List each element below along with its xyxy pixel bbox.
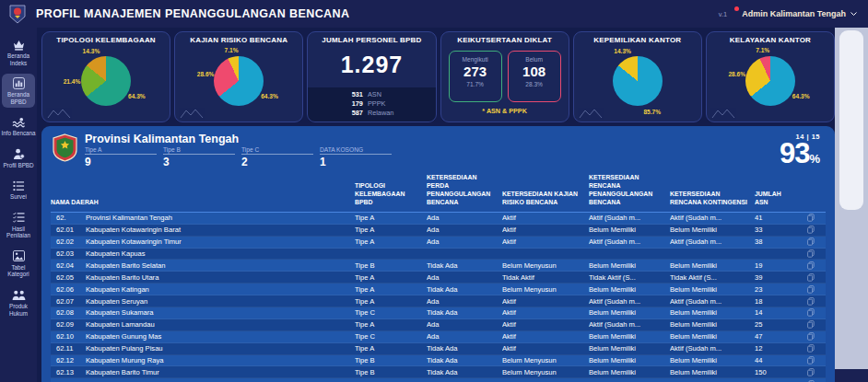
sidebar-item-info-bencana[interactable]: Info Bencana (2, 112, 35, 140)
people-icon (12, 289, 26, 301)
daerah-code: 62. (51, 214, 86, 222)
daerah-code: 62.13 (51, 368, 86, 376)
table-row[interactable]: 62.09Kabupaten LamandauTipe AAdaAktifAkt… (51, 319, 826, 331)
daerah-name: Kabupaten Barito Selatan (86, 261, 166, 270)
rencana-kontingensi-cell: Aktif (Sudah m... (670, 237, 755, 246)
copy-icon[interactable] (797, 344, 825, 353)
jumlah-asn-cell: 150 (755, 368, 797, 376)
stat-label: DATA KOSONG (320, 146, 392, 155)
personnel-label: Relawan (368, 109, 408, 118)
copy-icon[interactable] (797, 273, 825, 282)
table-row[interactable]: 62.Provinsi Kalimantan TengahTipe AAdaAk… (51, 213, 826, 225)
stat-label: Tipe C (241, 146, 313, 155)
table-row[interactable]: 62.13Kabupaten Barito TimurTipe BTidak A… (51, 366, 826, 378)
perda-cell: Tidak Ada (427, 285, 502, 294)
kepemilikan-pie-chart[interactable] (613, 56, 663, 106)
table-row[interactable]: 62.07Kabupaten SeruyanTipe AAdaAktifAkti… (51, 295, 826, 307)
rencana-kontingensi-cell: Belum Memiliki (670, 226, 755, 234)
crown-icon (13, 39, 25, 51)
sidebar-item-hasil-penilaian[interactable]: Hasil Penilaian (2, 208, 35, 242)
copy-icon[interactable] (797, 226, 825, 234)
daerah-code: 62.05 (51, 273, 86, 282)
table-row[interactable]: 62.10Kabupaten Gunung MasTipe CAdaAktifB… (51, 331, 826, 343)
sidebar-item-beranda-bpbd[interactable]: Beranda BPBD (2, 74, 35, 108)
sidebar-item-profil-bpbd[interactable]: Profil BPBD (2, 145, 35, 172)
table-row[interactable]: 62.03Kabupaten Kapuas (51, 249, 826, 260)
table-row[interactable]: 62.01Kabupaten Kotawaringin BaratTipe AA… (51, 225, 826, 237)
copy-icon[interactable] (797, 237, 825, 246)
copy-icon[interactable] (797, 308, 825, 317)
scrollbar[interactable] (835, 28, 868, 382)
column-header: TIPOLOGI KELEMBAGAAN BPBD (355, 182, 427, 207)
jumlah-asn-cell: 23 (755, 285, 797, 294)
rencana-kontingensi-cell: Aktif (Sudah m... (670, 344, 755, 353)
kajian-risiko-cell: Belum Menyusun (502, 356, 589, 365)
table-row[interactable]: 62.12Kabupaten Murung RayaTipe BTidak Ad… (51, 355, 826, 367)
scrollbar-corner (835, 369, 868, 382)
tipologi-pie-chart[interactable] (81, 56, 131, 106)
diklat-box-value: 108 (509, 63, 560, 81)
copy-icon[interactable] (797, 332, 825, 341)
daerah-code: 62.12 (51, 356, 86, 365)
jumlah-asn-cell: 19 (755, 261, 797, 270)
pie-slice-label: 7.1% (756, 47, 769, 53)
tipologi-cell: Tipe C (355, 308, 427, 317)
table-row[interactable]: 62.02Kabupaten Kotawaringin TimurTipe AA… (51, 237, 826, 249)
pie-slice-label: 64.3% (792, 93, 810, 99)
sidebar-item-label: Survei (1, 193, 36, 201)
kajian-risiko-cell: Belum Menyusun (502, 285, 589, 294)
table-row[interactable]: 62.04Kabupaten Barito SelatanTipe BTidak… (51, 260, 826, 272)
table-row[interactable]: 62.11Kabupaten Pulang PisauTipe ATidak A… (51, 343, 826, 355)
copy-icon[interactable] (797, 356, 825, 365)
daerah-name: Kabupaten Murung Raya (86, 356, 163, 365)
tipologi-cell: Tipe A (355, 214, 427, 222)
table-row[interactable]: 62.08Kabupaten SukamaraTipe CTidak AdaAk… (51, 307, 826, 319)
daerah-name: Kabupaten Seruyan (86, 297, 147, 306)
table-row[interactable]: 62.71Kota PalangkarayaTipe AAdaAktifAkti… (51, 378, 826, 382)
copy-icon[interactable] (797, 214, 825, 222)
app-root: PROFIL MANAJEMEN PENANGGULANGAN BENCANA … (0, 0, 868, 382)
rencana-kontingensi-cell: Aktif (Sudah m... (670, 214, 755, 222)
scrollbar-thumb[interactable] (839, 30, 863, 210)
daerah-cell: 62.Provinsi Kalimantan Tengah (51, 214, 355, 222)
copy-icon[interactable] (797, 297, 825, 306)
kajian-risiko-cell: Belum Menyusun (502, 368, 589, 376)
copy-icon[interactable] (797, 320, 825, 329)
sidebar-item-survei[interactable]: Survei (2, 176, 35, 203)
jumlah-asn-cell: 39 (755, 273, 797, 282)
copy-icon[interactable] (797, 285, 825, 294)
copy-icon[interactable] (797, 261, 825, 270)
stat-value: 9 (85, 156, 161, 168)
pie-slice-label: 14.3% (83, 47, 100, 53)
kelayakan-pie-chart[interactable] (745, 56, 795, 106)
daerah-name: Kabupaten Barito Timur (86, 368, 159, 376)
perda-cell: Ada (427, 297, 502, 306)
chevron-down-icon[interactable] (850, 12, 857, 17)
version-label: v.1 (719, 10, 727, 18)
sidebar-item-tabel-kategori[interactable]: Tabel Kategori (2, 247, 35, 281)
tipologi-cell: Tipe A (355, 226, 427, 234)
mountain-watermark-icon (180, 108, 204, 119)
copy-icon[interactable] (797, 368, 825, 376)
diklat-box-pct: 28.3% (509, 81, 560, 87)
diklat-box-label: Mengikuti (450, 56, 501, 63)
rencana-kontingensi-cell: Belum Memiliki (670, 368, 755, 376)
daerah-code: 62.01 (51, 226, 86, 234)
sidebar-item-beranda-indeks[interactable]: Beranda Indeks (2, 35, 35, 69)
daerah-cell: 62.01Kabupaten Kotawaringin Barat (51, 226, 355, 234)
list-icon (13, 179, 25, 191)
table-row[interactable]: 62.06Kabupaten KatinganTipe ATidak AdaBe… (51, 284, 826, 295)
score-value: 93% (780, 141, 820, 167)
daerah-code: 62.02 (51, 237, 86, 246)
kajian-risiko-pie-chart[interactable] (214, 56, 264, 106)
user-menu[interactable]: Admin Kalimantan Tengah (734, 9, 857, 18)
rencana-kontingensi-cell: Belum Memiliki (670, 308, 755, 317)
copy-icon[interactable] (797, 249, 825, 258)
daerah-code: 62.06 (51, 285, 86, 294)
kajian-risiko-cell: Aktif (502, 214, 589, 222)
table-row[interactable]: 62.05Kabupaten Barito UtaraTipe AAdaTida… (51, 272, 826, 284)
sidebar-item-produk-hukum[interactable]: Produk Hukum (2, 285, 35, 319)
daerah-name: Kabupaten Gunung Mas (86, 332, 161, 341)
personnel-count: 179 (335, 99, 363, 109)
kajian-risiko-cell: Aktif (502, 320, 589, 329)
